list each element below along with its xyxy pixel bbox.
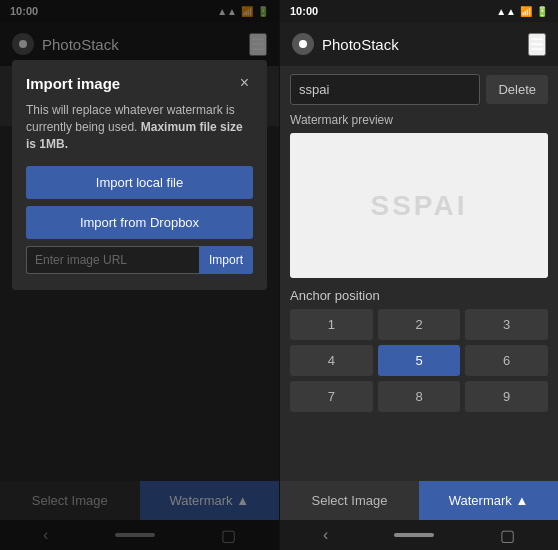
right-panel: 10:00 ▲▲ 📶 🔋 PhotoStack ☰ sspai Delete W… <box>279 0 558 550</box>
watermark-preview-box: SSPAI <box>290 133 548 278</box>
delete-button[interactable]: Delete <box>486 75 548 104</box>
right-watermark-button[interactable]: Watermark ▲ <box>419 481 558 520</box>
url-input[interactable] <box>26 246 199 274</box>
right-anchor-1[interactable]: 1 <box>290 309 373 340</box>
right-status-time: 10:00 <box>290 5 318 17</box>
right-anchor-8[interactable]: 8 <box>378 381 461 412</box>
right-anchor-section: Anchor position 1 2 3 4 5 6 7 8 9 <box>280 278 558 418</box>
right-app-title: PhotoStack <box>322 36 399 53</box>
right-anchor-7[interactable]: 7 <box>290 381 373 412</box>
modal-close-button[interactable]: × <box>236 74 253 92</box>
right-anchor-5[interactable]: 5 <box>378 345 461 376</box>
right-home-indicator <box>394 533 434 537</box>
right-back-button[interactable]: ‹ <box>303 522 348 548</box>
right-recent-button[interactable]: ▢ <box>480 522 535 549</box>
right-anchor-6[interactable]: 6 <box>465 345 548 376</box>
right-anchor-grid: 1 2 3 4 5 6 7 8 9 <box>290 309 548 412</box>
right-signal-icon: ▲▲ <box>496 6 516 17</box>
right-app-logo: PhotoStack <box>292 33 399 55</box>
modal-description: This will replace whatever watermark is … <box>26 102 253 152</box>
right-select-image-button[interactable]: Select Image <box>280 481 419 520</box>
right-dropdown-row: sspai Delete <box>280 66 558 113</box>
right-nav-bar: ‹ ▢ <box>280 520 558 550</box>
right-top-bar: PhotoStack ☰ <box>280 22 558 66</box>
right-anchor-2[interactable]: 2 <box>378 309 461 340</box>
right-anchor-3[interactable]: 3 <box>465 309 548 340</box>
watermark-preview-label: Watermark preview <box>280 113 558 133</box>
right-status-icons: ▲▲ 📶 🔋 <box>496 6 548 17</box>
right-logo-icon <box>292 33 314 55</box>
right-hamburger-button[interactable]: ☰ <box>528 33 546 56</box>
import-local-button[interactable]: Import local file <box>26 166 253 199</box>
right-anchor-9[interactable]: 9 <box>465 381 548 412</box>
right-anchor-label: Anchor position <box>290 288 380 303</box>
watermark-dropdown[interactable]: sspai <box>290 74 480 105</box>
right-anchor-4[interactable]: 4 <box>290 345 373 376</box>
modal-header: Import image × <box>26 74 253 92</box>
left-panel: 10:00 ▲▲ 📶 🔋 PhotoStack ☰ Anchor positio… <box>0 0 279 550</box>
right-bottom-bar: Select Image Watermark ▲ <box>280 481 558 520</box>
import-dropbox-button[interactable]: Import from Dropbox <box>26 206 253 239</box>
url-row: Import <box>26 246 253 274</box>
modal-overlay: Import image × This will replace whateve… <box>0 0 279 550</box>
watermark-preview-text: SSPAI <box>371 190 468 222</box>
modal-title: Import image <box>26 75 120 92</box>
right-battery-icon: 🔋 <box>536 6 548 17</box>
import-modal: Import image × This will replace whateve… <box>12 60 267 290</box>
right-wifi-icon: 📶 <box>520 6 532 17</box>
right-status-bar: 10:00 ▲▲ 📶 🔋 <box>280 0 558 22</box>
url-import-button[interactable]: Import <box>199 246 253 274</box>
